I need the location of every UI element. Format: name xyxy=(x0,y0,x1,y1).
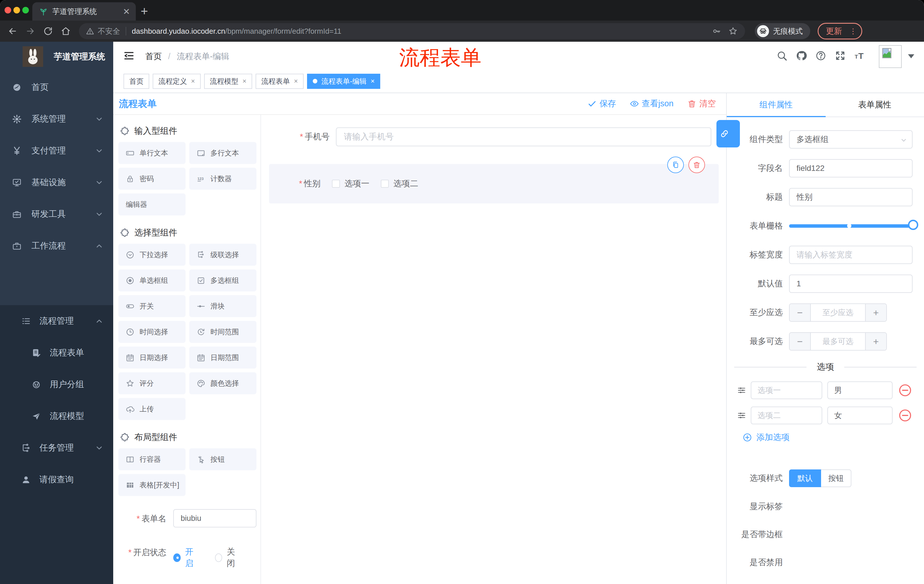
palette-item-checkbox-group[interactable]: 多选框组 xyxy=(189,270,256,291)
back-icon[interactable] xyxy=(7,26,18,36)
form-name-input[interactable]: biubiu xyxy=(173,509,256,527)
forward-icon[interactable] xyxy=(25,26,35,36)
bookmark-star-icon[interactable] xyxy=(728,26,738,36)
max-checked-input[interactable]: 最多可选 xyxy=(811,333,865,350)
window-close-button[interactable] xyxy=(5,7,11,13)
component-type-select[interactable]: 多选框组 xyxy=(789,130,912,148)
sidebar-item-payment[interactable]: 支付管理 xyxy=(0,135,113,166)
remove-option-icon[interactable] xyxy=(898,409,912,422)
sidebar-item-process-mgmt[interactable]: 流程管理 xyxy=(0,305,113,337)
tag-process-model[interactable]: 流程模型× xyxy=(204,74,252,89)
breadcrumb-home[interactable]: 首页 xyxy=(145,52,162,61)
palette-item-multi-text[interactable]: 多行文本 xyxy=(189,142,256,164)
min-checked-input[interactable]: 至少应选 xyxy=(811,304,865,321)
palette-item-button[interactable]: 按钮 xyxy=(189,448,256,470)
palette-item-radio-group[interactable]: 单选框组 xyxy=(118,270,186,291)
gender-option-2-checkbox[interactable]: 选项二 xyxy=(381,178,418,189)
field-name-input[interactable]: field122 xyxy=(789,159,912,178)
sidebar-item-leave-query[interactable]: 请假查询 xyxy=(0,464,113,495)
tag-close-icon[interactable]: × xyxy=(294,77,298,85)
tag-close-icon[interactable]: × xyxy=(191,77,195,85)
palette-item-cascader[interactable]: 级联选择 xyxy=(189,244,256,266)
option-2-value-input[interactable]: 女 xyxy=(827,406,893,424)
minus-button[interactable]: − xyxy=(790,333,811,350)
tab-component-props[interactable]: 组件属性 xyxy=(727,93,825,117)
palette-item-table[interactable]: 表格[开发中] xyxy=(118,474,186,496)
drag-handle-icon[interactable] xyxy=(737,411,746,420)
option-1-name-input[interactable]: 选项一 xyxy=(751,382,822,399)
canvas-field-phone[interactable]: *手机号 请输入手机号 xyxy=(262,127,711,146)
palette-item-select[interactable]: 下拉选择 xyxy=(118,244,186,266)
tab-form-props[interactable]: 表单属性 xyxy=(825,93,924,117)
sidebar-item-workflow[interactable]: 工作流程 xyxy=(0,230,113,262)
drag-handle-icon[interactable] xyxy=(737,386,746,395)
window-minimize-button[interactable] xyxy=(13,7,20,13)
remove-option-icon[interactable] xyxy=(898,383,912,397)
sidebar-item-home[interactable]: 首页 xyxy=(0,71,113,103)
github-icon[interactable] xyxy=(796,50,807,61)
plus-button[interactable]: + xyxy=(865,304,886,321)
help-icon[interactable] xyxy=(815,50,826,61)
style-default-button[interactable]: 默认 xyxy=(789,469,821,487)
tag-process-form-edit[interactable]: 流程表单-编辑× xyxy=(307,74,380,89)
palette-item-slider[interactable]: 滑块 xyxy=(189,295,256,317)
sidebar-item-infra[interactable]: 基础设施 xyxy=(0,166,113,198)
hamburger-icon[interactable] xyxy=(124,50,134,61)
palette-item-counter[interactable]: 123计数器 xyxy=(189,168,256,190)
slider-handle[interactable] xyxy=(908,220,918,230)
tag-close-icon[interactable]: × xyxy=(371,77,375,85)
palette-item-date-range[interactable]: 日期范围 xyxy=(189,347,256,368)
style-button-button[interactable]: 按钮 xyxy=(821,469,851,487)
phone-input[interactable]: 请输入手机号 xyxy=(336,127,711,146)
palette-item-date[interactable]: 日期选择 xyxy=(118,347,186,368)
tag-process-definition[interactable]: 流程定义× xyxy=(153,74,201,89)
tag-process-form[interactable]: 流程表单× xyxy=(256,74,304,89)
palette-item-row-container[interactable]: 行容器 xyxy=(118,448,186,470)
password-key-icon[interactable] xyxy=(712,26,721,36)
avatar-caret-icon[interactable] xyxy=(908,54,914,58)
label-width-input[interactable]: 请输入标签宽度 xyxy=(789,246,912,264)
palette-item-single-text[interactable]: 单行文本 xyxy=(118,142,186,164)
address-bar[interactable]: 不安全 dashboard.yudao.iocoder.cn/bpm/manag… xyxy=(79,23,745,39)
minus-button[interactable]: − xyxy=(790,304,811,321)
palette-item-color[interactable]: 颜色选择 xyxy=(189,372,256,394)
add-option-button[interactable]: 添加选项 xyxy=(743,432,924,443)
browser-tab[interactable]: 芋道管理系统 ✕ xyxy=(32,2,136,21)
fullscreen-icon[interactable] xyxy=(835,50,846,61)
palette-item-time-range[interactable]: 时间范围 xyxy=(189,321,256,343)
sidebar-item-system[interactable]: 系统管理 xyxy=(0,103,113,135)
title-input[interactable]: 性别 xyxy=(789,188,912,206)
delete-component-button[interactable] xyxy=(688,156,705,173)
status-on-radio[interactable]: 开启 xyxy=(173,543,199,569)
browser-update-button[interactable]: 更新 ⋮ xyxy=(818,23,862,39)
palette-item-time[interactable]: 时间选择 xyxy=(118,321,186,343)
reload-icon[interactable] xyxy=(43,26,53,36)
sidebar-logo[interactable]: 芋道管理系统 xyxy=(0,42,113,71)
tag-home[interactable]: 首页 xyxy=(124,74,149,89)
new-tab-button[interactable]: + xyxy=(141,4,148,18)
avatar[interactable] xyxy=(879,45,902,68)
tag-close-icon[interactable]: × xyxy=(243,77,246,85)
palette-item-password[interactable]: 密码 xyxy=(118,168,186,190)
save-button[interactable]: 保存 xyxy=(587,98,616,109)
gender-option-1-checkbox[interactable]: 选项一 xyxy=(332,178,370,189)
plus-button[interactable]: + xyxy=(865,333,886,350)
sidebar-item-task-mgmt[interactable]: 任务管理 xyxy=(0,432,113,464)
palette-item-switch[interactable]: 开关 xyxy=(118,295,186,317)
option-2-name-input[interactable]: 选项二 xyxy=(751,406,822,424)
sidebar-item-process-form[interactable]: 流程表单 xyxy=(0,337,113,368)
search-icon[interactable] xyxy=(777,50,787,61)
sidebar-item-devtools[interactable]: 研发工具 xyxy=(0,198,113,230)
clear-button[interactable]: 清空 xyxy=(687,98,716,109)
font-size-icon[interactable]: TT xyxy=(854,50,865,61)
slider-track[interactable] xyxy=(789,224,912,228)
home-icon[interactable] xyxy=(61,26,71,36)
palette-item-editor[interactable]: 编辑器 xyxy=(118,193,186,216)
status-off-radio[interactable]: 关闭 xyxy=(215,543,241,569)
window-zoom-button[interactable] xyxy=(22,7,29,13)
sidebar-item-process-model[interactable]: 流程模型 xyxy=(0,400,113,432)
option-1-value-input[interactable]: 男 xyxy=(827,382,893,399)
palette-item-rate[interactable]: 评分 xyxy=(118,372,186,394)
sidebar-item-user-group[interactable]: 用户分组 xyxy=(0,368,113,400)
browser-menu-icon[interactable]: ⋮ xyxy=(850,27,857,36)
